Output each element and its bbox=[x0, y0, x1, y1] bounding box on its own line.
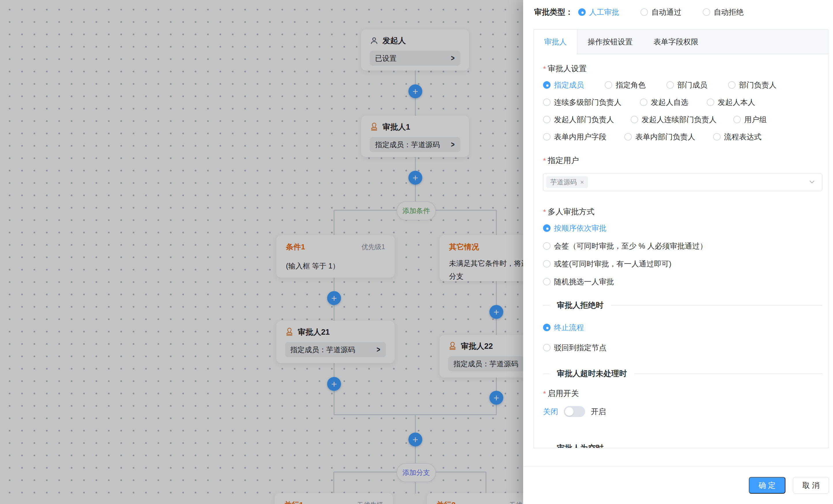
radio-icon bbox=[543, 81, 550, 89]
cancel-button[interactable]: 取 消 bbox=[793, 477, 829, 494]
radio-starter-self[interactable]: 发起人本人 bbox=[707, 99, 755, 106]
radio-dept-leader[interactable]: 部门负责人 bbox=[728, 81, 777, 89]
config-tabs: 审批人 操作按钮设置 表单字段权限 * 审批人设置 指定成员 bbox=[533, 29, 828, 448]
approver-setting-row3: 发起人部门负责人 发起人连续部门负责人 用户组 bbox=[543, 116, 822, 123]
user-tag: 芋道源码 × bbox=[546, 176, 588, 188]
timeout-section-title: 审批人超时未处理时 bbox=[557, 369, 627, 379]
approver-setting-label: * 审批人设置 bbox=[543, 65, 822, 73]
divider-line bbox=[543, 305, 549, 306]
radio-icon bbox=[543, 260, 550, 268]
divider-line bbox=[543, 374, 549, 374]
radio-user-group[interactable]: 用户组 bbox=[733, 116, 767, 123]
radio-manual-approve[interactable]: 人工审批 bbox=[578, 8, 619, 16]
approver-config-drawer: 审批类型： 人工审批 自动通过 自动拒绝 审批人 操作按钮设置 表单字段权限 bbox=[523, 0, 833, 504]
radio-countersign[interactable]: 会签（可同时审批，至少 % 人必须审批通过） bbox=[543, 242, 822, 250]
approver-setting-row4: 表单内用户字段 表单内部门负责人 流程表达式 bbox=[543, 133, 822, 141]
radio-form-dept-leader[interactable]: 表单内部门负责人 bbox=[624, 133, 695, 141]
radio-icon bbox=[728, 81, 736, 89]
required-asterisk: * bbox=[543, 157, 546, 165]
radio-icon bbox=[578, 8, 586, 16]
radio-random-one[interactable]: 随机挑选一人审批 bbox=[543, 278, 822, 285]
divider-line bbox=[611, 305, 822, 306]
approver-tab-panel: * 审批人设置 指定成员 指定角色 部门成员 bbox=[534, 54, 828, 448]
tab-form-field-permissions[interactable]: 表单字段权限 bbox=[643, 30, 709, 54]
confirm-button[interactable]: 确 定 bbox=[749, 477, 785, 494]
radio-starter-multi-dept-leader[interactable]: 发起人连续部门负责人 bbox=[630, 116, 717, 123]
radio-assigned-role[interactable]: 指定角色 bbox=[605, 81, 646, 89]
user-tag-label: 芋道源码 bbox=[550, 178, 577, 186]
switch-off-label: 关闭 bbox=[543, 407, 558, 417]
required-asterisk: * bbox=[543, 390, 546, 398]
reject-section-divider: 审批人拒绝时 bbox=[543, 300, 822, 310]
radio-icon bbox=[543, 116, 550, 123]
radio-icon bbox=[707, 99, 714, 106]
divider-line bbox=[635, 374, 822, 374]
radio-terminate-process[interactable]: 终止流程 bbox=[543, 324, 822, 331]
radio-auto-approve[interactable]: 自动通过 bbox=[640, 8, 682, 16]
timeout-section-divider: 审批人超时未处理时 bbox=[543, 369, 822, 379]
toggle-knob bbox=[565, 407, 574, 416]
radio-or-sign[interactable]: 或签(可同时审批，有一人通过即可) bbox=[543, 260, 822, 268]
reject-options: 终止流程 驳回到指定节点 bbox=[543, 324, 822, 351]
multi-approve-options: 按顺序依次审批 会签（可同时审批，至少 % 人必须审批通过） 或签(可同时审批，… bbox=[543, 224, 822, 285]
timeout-toggle[interactable] bbox=[564, 406, 585, 417]
radio-multi-level-dept-leader[interactable]: 连续多级部门负责人 bbox=[543, 99, 621, 106]
radio-assigned-member[interactable]: 指定成员 bbox=[543, 81, 584, 89]
approver-setting-row2: 连续多级部门负责人 发起人自选 发起人本人 bbox=[543, 99, 822, 106]
radio-icon bbox=[543, 278, 550, 285]
radio-icon bbox=[543, 99, 550, 106]
radio-icon bbox=[543, 324, 550, 331]
multi-approve-label: * 多人审批方式 bbox=[543, 208, 822, 216]
radio-icon bbox=[703, 8, 710, 16]
tabs-header: 审批人 操作按钮设置 表单字段权限 bbox=[534, 30, 828, 54]
required-asterisk: * bbox=[543, 208, 546, 216]
radio-icon bbox=[543, 242, 550, 250]
approval-type-label: 审批类型： bbox=[534, 7, 573, 17]
timeout-switch-row: 关闭 开启 bbox=[543, 406, 822, 417]
radio-starter-self-select[interactable]: 发起人自选 bbox=[640, 99, 688, 106]
radio-icon bbox=[713, 133, 720, 141]
radio-icon bbox=[640, 99, 647, 106]
enable-switch-label: * 启用开关 bbox=[543, 390, 822, 398]
reject-section-title: 审批人拒绝时 bbox=[557, 300, 603, 310]
tab-button-settings[interactable]: 操作按钮设置 bbox=[577, 30, 643, 54]
radio-icon bbox=[630, 116, 638, 123]
approver-setting-row1: 指定成员 指定角色 部门成员 部门负责人 bbox=[543, 81, 822, 89]
chevron-down-icon bbox=[808, 178, 816, 186]
radio-icon bbox=[640, 8, 648, 16]
radio-auto-reject[interactable]: 自动拒绝 bbox=[703, 8, 744, 16]
radio-icon bbox=[543, 133, 550, 141]
required-asterisk: * bbox=[543, 65, 546, 73]
drawer-footer: 确 定 取 消 bbox=[523, 466, 833, 504]
radio-process-expression[interactable]: 流程表达式 bbox=[713, 133, 762, 141]
switch-on-label: 开启 bbox=[591, 407, 606, 417]
tag-close-icon[interactable]: × bbox=[580, 179, 584, 186]
assigned-user-select[interactable]: 芋道源码 × bbox=[543, 173, 822, 191]
radio-icon bbox=[605, 81, 612, 89]
tab-approver[interactable]: 审批人 bbox=[534, 30, 577, 54]
radio-icon bbox=[543, 344, 550, 351]
radio-dept-member[interactable]: 部门成员 bbox=[666, 81, 707, 89]
bpm-flow-designer: 发起人 已设置 > + 审批人1 指定成员：芋道源码 > bbox=[0, 0, 833, 504]
radio-return-to-node[interactable]: 驳回到指定节点 bbox=[543, 344, 822, 351]
radio-form-user-field[interactable]: 表单内用户字段 bbox=[543, 133, 606, 141]
radio-sequential-approve[interactable]: 按顺序依次审批 bbox=[543, 224, 822, 232]
empty-section-divider: 审批人为空时 bbox=[543, 443, 822, 448]
radio-icon bbox=[666, 81, 674, 89]
radio-icon bbox=[624, 133, 632, 141]
assigned-user-label: * 指定用户 bbox=[543, 157, 822, 165]
radio-icon bbox=[543, 224, 550, 232]
radio-starter-dept-leader[interactable]: 发起人部门负责人 bbox=[543, 116, 614, 123]
approval-type-row: 审批类型： 人工审批 自动通过 自动拒绝 bbox=[523, 0, 833, 20]
radio-icon bbox=[733, 116, 741, 123]
empty-section-title: 审批人为空时 bbox=[557, 443, 603, 448]
